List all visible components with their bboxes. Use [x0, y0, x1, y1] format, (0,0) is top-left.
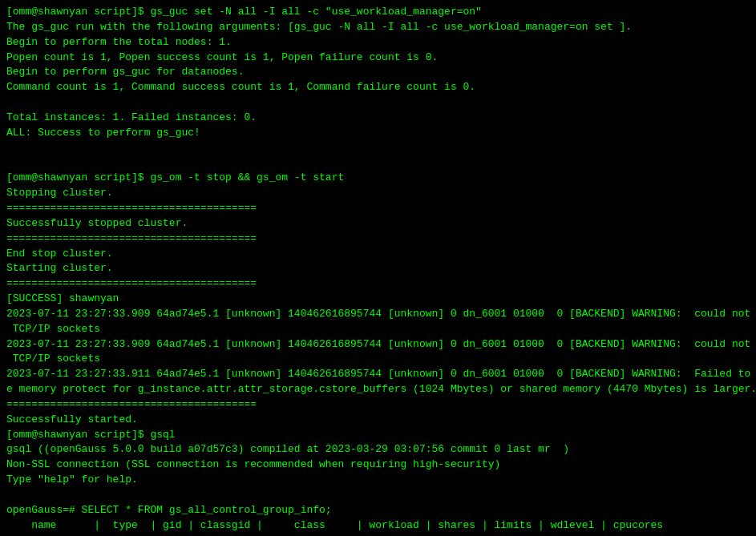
terminal-line: Starting cluster.: [6, 262, 113, 274]
terminal-line: Non-SSL connection (SSL connection is re…: [6, 458, 500, 470]
terminal-line: Command count is 1, Command success coun…: [6, 81, 475, 93]
terminal-line: TCP/IP sockets: [6, 353, 100, 365]
terminal-line: 2023-07-11 23:27:33.909 64ad74e5.1 [unkn…: [6, 338, 756, 350]
terminal-line: [omm@shawnyan script]$ gs_guc set -N all…: [6, 6, 482, 18]
terminal-line: [SUCCESS] shawnyan: [6, 292, 119, 304]
terminal-line: ========================================: [6, 398, 257, 410]
terminal-line: End stop cluster.: [6, 248, 113, 260]
terminal-line: 2023-07-11 23:27:33.909 64ad74e5.1 [unkn…: [6, 308, 756, 320]
terminal-line: gsql ((openGauss 5.0.0 build a07d57c3) c…: [6, 443, 569, 455]
terminal-line: Stopping cluster.: [6, 187, 113, 199]
terminal-line: Begin to perform gs_guc for datanodes.: [6, 66, 244, 78]
terminal-line: openGauss=# SELECT * FROM gs_all_control…: [6, 504, 332, 516]
terminal-line: Begin to perform the total nodes: 1.: [6, 36, 232, 48]
terminal-line: Type "help" for help.: [6, 474, 138, 486]
terminal-line: TCP/IP sockets: [6, 323, 100, 335]
terminal-line: ========================================: [6, 232, 257, 244]
terminal-line: name | type | gid | classgid | class | w…: [6, 519, 663, 531]
terminal-line: ========================================: [6, 202, 257, 214]
terminal-line: [omm@shawnyan script]$ gsql: [6, 429, 176, 441]
terminal-line: Total instances: 1. Failed instances: 0.: [6, 111, 257, 123]
terminal-line: Successfully stopped cluster.: [6, 217, 188, 229]
terminal-line: [omm@shawnyan script]$ gs_om -t stop && …: [6, 171, 344, 183]
terminal-line: e memory protect for g_instance.attr.att…: [6, 383, 756, 395]
terminal-line: ========================================: [6, 277, 257, 289]
terminal-line: Successfully started.: [6, 413, 138, 425]
terminal-line: Popen count is 1, Popen success count is…: [6, 51, 438, 63]
terminal-line: ALL: Success to perform gs_guc!: [6, 127, 200, 139]
terminal-window[interactable]: [omm@shawnyan script]$ gs_guc set -N all…: [0, 0, 756, 536]
terminal-line: The gs_guc run with the following argume…: [6, 21, 632, 33]
terminal-line: 2023-07-11 23:27:33.911 64ad74e5.1 [unkn…: [6, 368, 756, 380]
